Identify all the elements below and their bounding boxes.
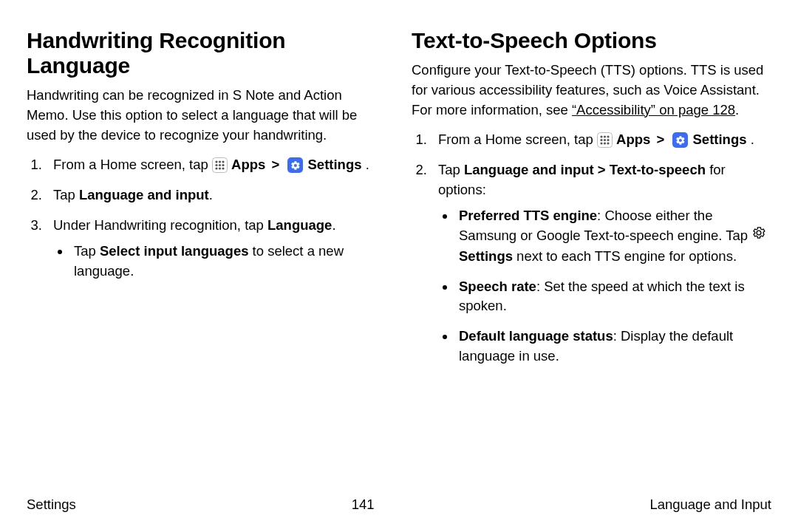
- settings-label-r: Settings: [693, 132, 747, 147]
- svg-point-5: [219, 164, 221, 166]
- step3-bullet: Tap Select input languages to select a n…: [71, 242, 386, 282]
- tts-opt-1: Preferred TTS engine: Choose either the …: [456, 206, 771, 267]
- svg-point-12: [604, 135, 606, 137]
- intro-tts: Configure your Text-to-Speech (TTS) opti…: [412, 61, 771, 120]
- step2-bold: Language and input: [79, 187, 209, 202]
- left-column: Handwriting Recognition Language Handwri…: [27, 28, 386, 377]
- svg-point-9: [222, 167, 224, 169]
- apps-icon: [212, 157, 228, 173]
- tts-options-list: Preferred TTS engine: Choose either the …: [438, 206, 771, 366]
- manual-page: Handwriting Recognition Language Handwri…: [0, 0, 798, 532]
- steps-tts: From a Home screen, tap Apps >: [412, 130, 771, 366]
- svg-point-7: [215, 167, 217, 169]
- b1-bold: Select input languages: [100, 243, 249, 259]
- heading-handwriting: Handwriting Recognition Language: [27, 28, 386, 78]
- svg-point-19: [607, 142, 609, 144]
- svg-point-1: [215, 160, 217, 163]
- tts-step-2: Tap Language and input > Text-to-speech …: [431, 160, 771, 366]
- heading-tts: Text-to-Speech Options: [412, 28, 771, 53]
- svg-point-17: [600, 142, 602, 144]
- settings-label: Settings: [308, 157, 362, 172]
- opt1-bold: Preferred TTS engine: [459, 208, 597, 223]
- step2-text-a: Tap: [53, 187, 79, 202]
- svg-point-16: [607, 139, 609, 141]
- footer-left: Settings: [27, 497, 76, 513]
- tts-opt-2: Speech rate: Set the speed at which the …: [456, 277, 771, 317]
- accessibility-link[interactable]: “Accessibility” on page 128: [572, 102, 735, 117]
- steps-handwriting: From a Home screen, tap Apps >: [27, 155, 386, 281]
- apps-label: Apps: [231, 157, 265, 172]
- tts-step1-period: .: [747, 132, 754, 147]
- chevron-right-icon: >: [656, 132, 664, 147]
- chevron-right-icon: >: [271, 157, 279, 172]
- svg-point-8: [219, 167, 221, 169]
- step3-text-c: .: [332, 217, 335, 233]
- svg-point-3: [222, 160, 224, 163]
- tts-step2-b: Language and input > Text-to-speech: [464, 162, 706, 177]
- opt2-bold: Speech rate: [459, 279, 536, 294]
- intro-handwriting: Handwriting can be recognized in S Note …: [27, 86, 386, 145]
- page-footer: Settings 141 Language and Input: [27, 497, 771, 513]
- opt1-text2: next to each TTS engine for options.: [513, 248, 737, 264]
- step2-text-c: .: [209, 187, 213, 202]
- settings-gear-icon: [287, 157, 303, 173]
- tts-step1-a: From a Home screen, tap: [438, 132, 597, 147]
- svg-point-13: [607, 135, 609, 137]
- svg-point-18: [604, 142, 606, 144]
- tts-step-1: From a Home screen, tap Apps >: [431, 130, 771, 150]
- opt3-bold: Default language status: [459, 328, 613, 344]
- tts-opt-3: Default language status: Display the def…: [456, 327, 771, 366]
- right-column: Text-to-Speech Options Configure your Te…: [412, 28, 771, 377]
- svg-point-2: [219, 160, 221, 163]
- svg-point-15: [604, 139, 606, 141]
- step-1: From a Home screen, tap Apps >: [46, 155, 386, 175]
- opt1-settings-label: Settings: [459, 248, 513, 264]
- step-2: Tap Language and input.: [46, 185, 386, 205]
- apps-label-r: Apps: [616, 132, 650, 147]
- footer-right: Language and Input: [649, 497, 771, 513]
- two-column-layout: Handwriting Recognition Language Handwri…: [27, 28, 771, 377]
- footer-page-number: 141: [352, 497, 375, 513]
- svg-point-4: [215, 164, 217, 166]
- step-3: Under Handwriting recognition, tap Langu…: [46, 216, 386, 281]
- step3-text-a: Under Handwriting recognition, tap: [53, 217, 267, 233]
- svg-point-6: [222, 164, 224, 166]
- tts-step2-a: Tap: [438, 162, 464, 177]
- settings-gear-icon: [672, 132, 688, 148]
- gear-outline-icon: [751, 225, 766, 246]
- step1-period: .: [362, 157, 369, 172]
- step3-bold: Language: [267, 217, 332, 233]
- svg-point-14: [600, 139, 602, 141]
- svg-point-11: [600, 135, 602, 137]
- b1-a: Tap: [74, 243, 100, 259]
- step1-text-a: From a Home screen, tap: [53, 157, 212, 172]
- step3-sublist: Tap Select input languages to select a n…: [53, 242, 386, 282]
- intro-c: .: [735, 102, 739, 117]
- apps-icon: [597, 132, 613, 148]
